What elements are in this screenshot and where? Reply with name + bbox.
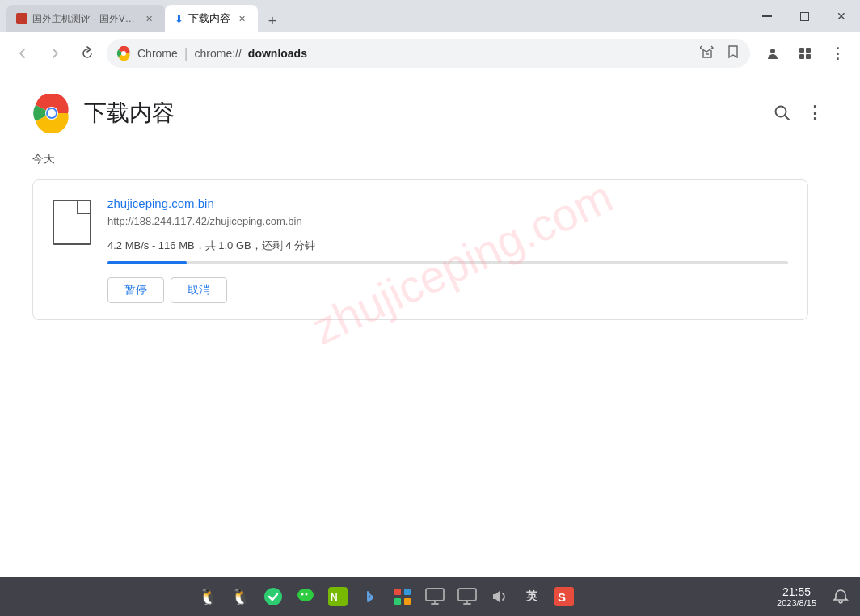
chrome-icon: [116, 46, 131, 61]
clock-time: 21:55: [782, 585, 811, 598]
svg-rect-0: [762, 15, 772, 17]
progress-bar-fill: [108, 261, 187, 264]
back-button[interactable]: [10, 40, 36, 66]
qq2-icon[interactable]: 🐧: [226, 582, 255, 611]
reload-button[interactable]: [74, 40, 100, 66]
pause-button[interactable]: 暂停: [108, 277, 164, 303]
close-button[interactable]: ✕: [823, 0, 860, 32]
tab2-favicon: ⬇: [175, 13, 183, 25]
svg-rect-6: [799, 48, 804, 53]
progress-text: 4.2 MB/s - 116 MB，共 1.0 GB，还剩 4 分钟: [108, 238, 788, 253]
file-name[interactable]: zhujiceping.com.bin: [108, 196, 788, 210]
svg-text:N: N: [331, 592, 338, 603]
qq1-icon[interactable]: 🐧: [194, 582, 223, 611]
bluetooth-icon[interactable]: [356, 582, 385, 611]
section-date: 今天: [32, 152, 828, 167]
file-url: http://188.244.117.42/zhujiceping.com.bi…: [108, 215, 788, 227]
download-card: zhujiceping.com.bin http://188.244.117.4…: [32, 179, 808, 320]
extensions-button[interactable]: [792, 40, 818, 66]
tab1-label: 国外主机测评 - 国外VPS，主...: [32, 12, 137, 26]
svg-text:S: S: [558, 590, 566, 604]
wechat-icon[interactable]: [291, 582, 320, 611]
profile-button[interactable]: [760, 40, 786, 66]
address-scheme: chrome://: [194, 47, 241, 60]
new-tab-button[interactable]: +: [261, 10, 284, 32]
svg-rect-25: [458, 589, 476, 601]
svg-rect-1: [800, 12, 808, 20]
search-button[interactable]: [769, 100, 795, 126]
svg-rect-9: [806, 54, 811, 59]
address-separator: |: [184, 46, 188, 61]
taskbar-icons: 🐧 🐧 N 英: [6, 582, 765, 611]
display-manager-icon[interactable]: [420, 582, 449, 611]
tab2-label: 下载内容: [188, 11, 230, 26]
window-controls: ✕: [748, 0, 860, 32]
tab-strip: 国外主机测评 - 国外VPS，主... ✕ ⬇ 下载内容 ✕ + ✕: [0, 0, 860, 32]
nav-bar: Chrome | chrome://downloads ⋮: [0, 32, 860, 74]
monitor2-icon[interactable]: [453, 582, 482, 611]
svg-rect-8: [799, 54, 804, 59]
address-chrome-label: Chrome: [137, 47, 178, 60]
address-path: downloads: [248, 47, 307, 60]
clock-date: 2023/8/15: [777, 598, 816, 608]
maximize-button[interactable]: [786, 0, 823, 32]
sogou-icon[interactable]: S: [550, 582, 579, 611]
svg-rect-20: [394, 589, 401, 595]
taskbar: 🐧 🐧 N 英: [0, 577, 860, 616]
taskbar-clock: 21:55 2023/8/15: [770, 585, 823, 608]
share-button[interactable]: [700, 44, 715, 61]
check-icon[interactable]: [259, 582, 288, 611]
minimize-button[interactable]: [748, 0, 786, 32]
notification-button[interactable]: [828, 584, 854, 610]
chrome-logo: [32, 94, 71, 133]
tab1-close[interactable]: ✕: [142, 12, 155, 25]
nvidia-icon[interactable]: N: [323, 582, 352, 611]
svg-point-14: [264, 588, 282, 605]
more-actions-button[interactable]: ⋮: [802, 100, 828, 126]
apps-icon[interactable]: [388, 582, 417, 611]
page-title: 下载内容: [84, 98, 175, 129]
svg-point-17: [305, 593, 307, 596]
file-info: zhujiceping.com.bin http://188.244.117.4…: [108, 196, 788, 303]
menu-button[interactable]: ⋮: [824, 40, 850, 66]
svg-point-16: [301, 593, 303, 596]
svg-rect-7: [806, 48, 811, 53]
svg-point-5: [770, 49, 775, 53]
page-content: zhujiceping.com 下载内容 ⋮ 今天 zhujiceping.co…: [0, 74, 860, 577]
tab2-close[interactable]: ✕: [235, 12, 248, 25]
svg-rect-22: [394, 598, 401, 605]
volume-icon[interactable]: [485, 582, 514, 611]
download-actions: 暂停 取消: [108, 277, 788, 303]
lang-icon[interactable]: 英: [517, 582, 546, 611]
address-bar[interactable]: Chrome | chrome://downloads: [107, 39, 750, 68]
tab-2[interactable]: ⬇ 下载内容 ✕: [165, 5, 258, 32]
bookmark-button[interactable]: [726, 44, 740, 61]
tab1-favicon: [16, 13, 27, 24]
svg-point-4: [121, 51, 126, 56]
progress-bar-track: [108, 261, 788, 264]
file-icon: [53, 200, 91, 245]
svg-rect-21: [404, 589, 411, 595]
svg-rect-24: [426, 589, 444, 601]
cancel-button[interactable]: 取消: [171, 277, 227, 303]
page-header: 下载内容 ⋮: [32, 94, 828, 133]
tab-1[interactable]: 国外主机测评 - 国外VPS，主... ✕: [6, 5, 165, 32]
page-actions: ⋮: [769, 100, 828, 126]
forward-button[interactable]: [42, 40, 68, 66]
svg-rect-23: [404, 598, 411, 605]
